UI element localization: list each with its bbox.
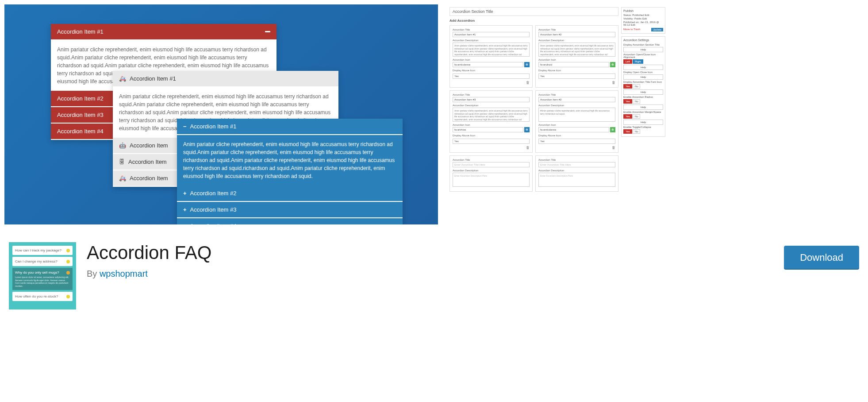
dot-icon (66, 260, 70, 263)
accordion-card: Accordion Title Accordion Item #1 Accord… (449, 25, 533, 88)
field-label: Accordion Description (453, 169, 530, 172)
status-line[interactable]: Status: Published Edit (623, 14, 663, 16)
left-right-toggle[interactable]: LeftRight (623, 59, 663, 64)
field-label: Accordion Description (538, 39, 615, 42)
accordion-header[interactable]: +Accordion Item #4 (177, 218, 403, 224)
title-input[interactable]: Accordion Item #3 (453, 97, 530, 102)
setting-label: Display Accordion Section Title (623, 43, 663, 46)
above-icon-select[interactable]: Yes (453, 139, 530, 144)
visibility-line[interactable]: Visibility: Public Edit (623, 17, 663, 20)
icon-picker-button[interactable]: ⊕ (610, 127, 615, 132)
dot-icon (66, 249, 70, 252)
field-label: Accordion Description (538, 104, 615, 107)
ambulance-icon: 🚑 (119, 175, 126, 182)
help-button[interactable]: Help (623, 74, 663, 80)
plus-icon: + (183, 190, 187, 197)
field-label: Accordion Title (453, 93, 530, 96)
help-button[interactable]: Help (623, 47, 663, 52)
author-link[interactable]: wpshopmart (100, 269, 148, 278)
accordion-header-expanded[interactable]: 🚑Accordion Item #1 (113, 71, 338, 86)
accordion-card: Accordion Title Accordion Item #3 Accord… (449, 90, 533, 153)
field-label: Accordion Icon (453, 58, 530, 61)
icon-picker-button[interactable]: ⊕ (524, 127, 530, 132)
above-icon-select[interactable]: Yes (538, 139, 615, 144)
help-button[interactable]: Help (623, 65, 663, 70)
field-label: Display Above Icon (453, 69, 530, 72)
accordion-card-empty: Accordion Title Enter Accordion Title He… (535, 155, 618, 192)
title-input[interactable]: Accordion Item #2 (538, 97, 615, 102)
field-label: Accordion Title (538, 158, 615, 161)
setting-label: Accordion Open/Close Icon Alignment (623, 53, 663, 58)
description-textarea[interactable]: #Anim pariatur cliche reprehenderit, eni… (538, 108, 615, 122)
description-textarea[interactable]: Anim pariatur cliche reprehenderit, enim… (453, 108, 530, 122)
title-input[interactable]: Enter Accordion Title Here (538, 162, 615, 167)
plus-icon: + (183, 223, 187, 224)
plugin-author-line: By wpshopmart (87, 269, 773, 279)
icon-input[interactable]: fa-archive (453, 127, 523, 132)
publish-box: Publish Status: Published Edit Visibilit… (621, 7, 665, 34)
setting-label: Enable Accordion Radius (623, 96, 663, 98)
accordion-card: Accordion Title Accordion Item #2 Accord… (535, 90, 618, 153)
icon-input[interactable]: fa-ambulance (453, 62, 523, 67)
setting-label: Display Open Close Icon (623, 71, 663, 73)
add-accordion-label: Add Accordion (449, 19, 618, 23)
help-button[interactable]: Help (623, 120, 663, 125)
accordion-header[interactable]: +Accordion Item #3 (177, 202, 403, 217)
faq-row: How can I track my package? (12, 246, 73, 255)
field-label: Accordion Title (453, 158, 530, 161)
title-input[interactable]: Enter Accordion Title Here (453, 162, 530, 167)
trash-icon[interactable]: 🗑 (453, 146, 530, 150)
plugin-header: How can I track my package? Can I change… (4, 238, 864, 314)
above-icon-select[interactable]: Yes (538, 73, 615, 79)
field-label: Display Above Icon (453, 134, 530, 137)
yes-no-toggle[interactable]: YesNo (623, 84, 663, 89)
move-to-trash-link[interactable]: Move to Trash (623, 28, 640, 31)
above-icon-select[interactable]: Yes (453, 73, 530, 79)
accordion-header-expanded[interactable]: −Accordion Item #1 (177, 119, 403, 134)
ambulance-icon: 🚑 (119, 75, 126, 82)
description-textarea[interactable]: Enter Accordion Description Here (538, 173, 615, 187)
trash-icon[interactable]: 🗑 (538, 146, 615, 150)
trash-icon[interactable]: 🗑 (538, 81, 615, 85)
accordion-header[interactable]: +Accordion Item #2 (177, 186, 403, 201)
published-line[interactable]: Published on: Jan 21, 2016 @ 06:12 Edit (623, 21, 663, 26)
icon-picker-button[interactable]: ⊕ (524, 62, 530, 67)
download-button[interactable]: Download (784, 246, 859, 270)
icon-input[interactable]: fa-android (538, 62, 609, 67)
help-button[interactable]: Help (623, 89, 663, 95)
icon-picker-button[interactable]: ⊕ (610, 62, 615, 67)
plugin-title: Accordion FAQ (87, 242, 773, 263)
field-label: Accordion Title (453, 28, 530, 31)
title-input[interactable]: Accordion Item #2 (538, 32, 615, 37)
minus-icon: − (183, 123, 187, 130)
accordion-card-empty: Accordion Title Enter Accordion Title He… (449, 155, 533, 192)
field-label: Accordion Description (453, 39, 530, 42)
section-title-input[interactable]: Accordion Section Title (449, 7, 618, 16)
icon-input[interactable]: fa-ambulance (538, 127, 609, 132)
accordion-body: Anim pariatur cliche reprehenderit, enim… (177, 135, 403, 186)
dot-icon (66, 271, 70, 274)
faq-row: How often do you re-stock? (12, 292, 73, 301)
yes-no-toggle[interactable]: YesNo (623, 99, 663, 104)
field-label: Accordion Icon (538, 58, 615, 61)
setting-label: Enable Toggle/Collapse (623, 126, 663, 128)
description-textarea[interactable]: Anim pariatur cliche reprehenderit, enim… (453, 43, 530, 57)
help-button[interactable]: Help (623, 104, 663, 110)
description-textarea[interactable]: Anim pariatur cliche reprehenderit, enim… (538, 43, 615, 57)
minus-icon (265, 31, 270, 32)
accordion-blue: −Accordion Item #1 Anim pariatur cliche … (177, 119, 403, 224)
yes-no-toggle[interactable]: YesNo (623, 129, 663, 134)
accordion-header-expanded[interactable]: Accordion Item #1 (51, 24, 277, 39)
accordion-card: Accordion Title Accordion Item #2 Accord… (535, 25, 618, 88)
trash-icon[interactable]: 🗑 (453, 81, 530, 85)
description-textarea[interactable]: Enter Accordion Description Here (453, 173, 530, 187)
plus-icon: + (183, 206, 187, 213)
plugin-icon: How can I track my package? Can I change… (9, 242, 76, 309)
yes-no-toggle[interactable]: YesNo (623, 114, 663, 119)
dot-icon (66, 295, 70, 298)
title-input[interactable]: Accordion Item #1 (453, 32, 530, 37)
field-label: Display Above Icon (538, 134, 615, 137)
faq-row-active: Why do you only sell mugs? Lorem ipsum d… (12, 268, 73, 290)
publish-title: Publish (623, 9, 663, 12)
update-button[interactable]: Update (651, 28, 663, 31)
